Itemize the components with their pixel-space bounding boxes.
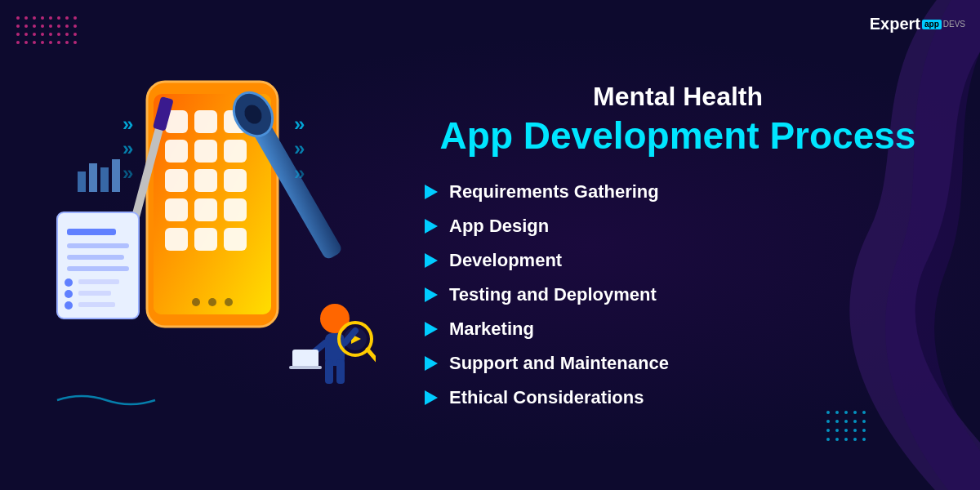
- main-content: » » » » » » Mental Health App Developmen…: [0, 0, 980, 490]
- bullet-icon-4: [425, 287, 438, 302]
- bullet-icon-3: [425, 253, 438, 268]
- svg-text:»: »: [122, 137, 133, 159]
- svg-point-19: [208, 298, 216, 306]
- svg-rect-4: [194, 110, 217, 133]
- bullet-icon-6: [425, 356, 438, 371]
- svg-rect-12: [165, 198, 188, 221]
- list-item: Support and Maintenance: [425, 353, 931, 374]
- svg-rect-28: [67, 229, 116, 235]
- svg-point-34: [65, 301, 73, 310]
- svg-rect-8: [224, 140, 247, 163]
- process-item-label-5: Marketing: [449, 318, 534, 340]
- bullet-icon-2: [425, 219, 438, 234]
- app-development-illustration: » » » » » »: [33, 49, 376, 441]
- list-item: App Design: [425, 216, 931, 237]
- main-title: App Development Process: [425, 115, 931, 157]
- svg-rect-11: [224, 169, 247, 192]
- svg-rect-10: [194, 169, 217, 192]
- svg-rect-16: [194, 228, 217, 251]
- svg-rect-14: [224, 198, 247, 221]
- svg-text:»: »: [294, 113, 305, 135]
- svg-text:»: »: [294, 162, 305, 184]
- process-item-label-7: Ethical Considerations: [449, 387, 644, 408]
- illustration-panel: » » » » » »: [0, 0, 408, 490]
- svg-text:»: »: [122, 162, 133, 184]
- process-item-label-1: Requirements Gathering: [449, 181, 659, 203]
- svg-rect-49: [289, 366, 322, 369]
- svg-point-18: [192, 298, 200, 306]
- svg-rect-57: [89, 163, 97, 192]
- svg-rect-59: [112, 159, 120, 192]
- process-item-label-4: Testing and Deployment: [449, 284, 657, 305]
- list-item: Requirements Gathering: [425, 181, 931, 203]
- logo-app: app: [922, 20, 942, 29]
- svg-rect-41: [336, 359, 345, 384]
- svg-point-33: [65, 290, 73, 298]
- svg-rect-37: [78, 302, 115, 307]
- svg-rect-35: [78, 279, 119, 284]
- svg-rect-36: [78, 291, 111, 296]
- list-item: Development: [425, 250, 931, 271]
- svg-rect-15: [165, 228, 188, 251]
- process-item-label-2: App Design: [449, 216, 549, 237]
- process-item-label-6: Support and Maintenance: [449, 353, 669, 374]
- svg-text:»: »: [294, 137, 305, 159]
- svg-rect-9: [165, 169, 188, 192]
- svg-rect-31: [67, 266, 129, 271]
- svg-rect-30: [67, 255, 124, 260]
- list-item: Ethical Considerations: [425, 387, 931, 408]
- right-panel: Mental Health App Development Process Re…: [408, 0, 980, 490]
- list-item: Marketing: [425, 318, 931, 340]
- subtitle: Mental Health: [425, 82, 931, 112]
- svg-text:»: »: [122, 113, 133, 135]
- svg-rect-48: [292, 350, 318, 368]
- bullet-icon-5: [425, 322, 438, 336]
- svg-rect-40: [325, 359, 333, 384]
- svg-rect-29: [67, 243, 129, 248]
- list-item: Testing and Deployment: [425, 284, 931, 305]
- svg-rect-13: [194, 198, 217, 221]
- svg-point-32: [65, 278, 73, 287]
- logo-expert: Expert: [870, 15, 920, 33]
- svg-rect-17: [224, 228, 247, 251]
- bullet-icon-1: [425, 185, 438, 199]
- process-list: Requirements Gathering App Design Develo…: [425, 181, 931, 408]
- svg-rect-56: [78, 172, 86, 192]
- svg-point-38: [320, 304, 350, 333]
- logo-devs: DEVS: [943, 20, 965, 29]
- svg-rect-6: [165, 140, 188, 163]
- process-item-label-3: Development: [449, 250, 562, 271]
- logo: Expert app DEVS: [870, 15, 965, 33]
- svg-line-44: [368, 350, 376, 361]
- svg-point-20: [225, 298, 233, 306]
- bullet-icon-7: [425, 390, 438, 405]
- svg-rect-7: [194, 140, 217, 163]
- svg-rect-58: [100, 167, 109, 192]
